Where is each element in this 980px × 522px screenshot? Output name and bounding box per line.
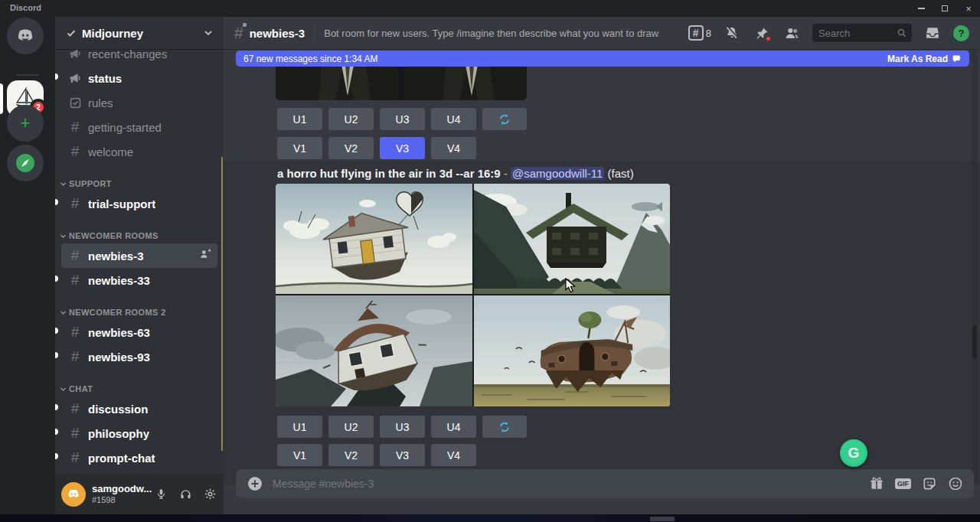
discord-logo-icon bbox=[15, 25, 36, 47]
explore-servers-button[interactable] bbox=[7, 145, 44, 181]
variation-button-v4[interactable]: V4 bbox=[431, 137, 476, 159]
variation-button-v1[interactable]: V1 bbox=[277, 137, 322, 159]
sidebar-item-newbies-33[interactable]: # newbies-33 bbox=[61, 268, 217, 292]
sidebar-item-newbies-93[interactable]: # newbies-93 bbox=[61, 344, 217, 369]
search-input[interactable] bbox=[818, 28, 893, 39]
channel-name: newbies-3 bbox=[250, 27, 305, 40]
variation-button-v2[interactable]: V2 bbox=[328, 137, 374, 159]
taskbar-strip bbox=[0, 514, 980, 522]
inbox-button[interactable] bbox=[923, 24, 942, 42]
category-chat[interactable]: CHAT bbox=[55, 381, 224, 396]
variation-button-v3-active[interactable]: V3 bbox=[380, 137, 425, 159]
upscale-button-u1[interactable]: U1 bbox=[277, 416, 322, 438]
sidebar-item-trial-support[interactable]: # trial-support bbox=[61, 191, 217, 216]
generated-image-3[interactable] bbox=[276, 295, 472, 406]
sidebar-item-getting-started[interactable]: # getting-started bbox=[61, 115, 217, 139]
chat-scrollbar[interactable] bbox=[972, 325, 977, 359]
pinned-messages-button[interactable] bbox=[753, 24, 771, 42]
home-button[interactable] bbox=[7, 18, 44, 54]
variation-button-v2[interactable]: V2 bbox=[328, 444, 374, 466]
sidebar-item-newbies-3[interactable]: # newbies-3 bbox=[61, 243, 217, 268]
variation-button-v1[interactable]: V1 bbox=[277, 444, 322, 466]
sticker-icon[interactable] bbox=[922, 476, 937, 491]
help-button[interactable]: ? bbox=[953, 25, 969, 41]
unread-indicator bbox=[55, 276, 58, 282]
sidebar-item-status[interactable]: status bbox=[61, 66, 217, 90]
selected-server-indicator bbox=[0, 83, 3, 114]
category-support[interactable]: SUPPORT bbox=[55, 176, 224, 191]
hash-icon: # bbox=[67, 325, 83, 340]
prompt-text: a horro hut flying in the air in 3d --ar… bbox=[277, 167, 501, 180]
search-icon bbox=[897, 28, 907, 38]
user-mention[interactable]: @samgoodwill-11 bbox=[511, 167, 604, 180]
user-settings-button[interactable] bbox=[202, 487, 217, 502]
gift-icon[interactable] bbox=[869, 476, 884, 491]
attach-plus-icon[interactable] bbox=[247, 475, 263, 492]
add-server-button[interactable]: + bbox=[7, 105, 44, 142]
user-avatar[interactable] bbox=[61, 482, 86, 507]
rules-icon bbox=[67, 95, 83, 110]
question-mark-icon: ? bbox=[959, 28, 965, 39]
sidebar-item-welcome[interactable]: # welcome bbox=[61, 139, 217, 164]
close-icon: × bbox=[965, 4, 972, 14]
generated-image-2[interactable] bbox=[474, 184, 670, 294]
compass-icon bbox=[15, 152, 36, 174]
gif-picker-icon[interactable]: GIF bbox=[895, 478, 911, 489]
new-messages-bar[interactable]: 67 new messages since 1:34 AM Mark As Re… bbox=[236, 51, 969, 67]
maximize-button[interactable] bbox=[939, 3, 950, 14]
category-newcomer-rooms-2[interactable]: NEWCOMER ROOMS 2 bbox=[55, 305, 224, 320]
channel-topic[interactable]: Bot room for new users. Type /imagine th… bbox=[324, 28, 659, 39]
upscale-button-u4[interactable]: U4 bbox=[431, 108, 476, 130]
mute-mic-button[interactable] bbox=[153, 487, 168, 502]
refresh-icon bbox=[498, 113, 511, 126]
sidebar-item-newbies-63[interactable]: # newbies-63 bbox=[61, 320, 217, 344]
message-input-bar: GIF bbox=[236, 469, 974, 498]
sidebar-item-rules[interactable]: rules bbox=[61, 90, 217, 115]
variation-button-v4[interactable]: V4 bbox=[431, 444, 476, 466]
upscale-button-u3[interactable]: U3 bbox=[380, 108, 425, 130]
category-newcomer-rooms[interactable]: NEWCOMER ROOMS bbox=[55, 228, 224, 243]
taskbar-item bbox=[650, 517, 675, 521]
megaphone-icon bbox=[67, 70, 83, 86]
maximize-icon bbox=[942, 5, 948, 11]
user-identity[interactable]: samgoodw... #1598 bbox=[92, 484, 152, 505]
mark-as-read-icon bbox=[952, 54, 962, 64]
suits-image-art bbox=[276, 65, 527, 100]
upscale-button-u2[interactable]: U2 bbox=[328, 416, 374, 438]
unread-indicator bbox=[55, 328, 58, 334]
threads-button[interactable]: # 8 bbox=[688, 25, 711, 41]
titlebar: Discord × bbox=[0, 0, 980, 17]
upscale-button-u4[interactable]: U4 bbox=[431, 416, 476, 438]
upscale-button-u1[interactable]: U1 bbox=[277, 108, 322, 130]
close-button[interactable]: × bbox=[963, 3, 974, 14]
deafen-button[interactable] bbox=[178, 487, 193, 502]
sidebar-item-philosophy[interactable]: # philosophy bbox=[61, 421, 217, 445]
user-discriminator: #1598 bbox=[92, 495, 152, 505]
generated-image-4[interactable] bbox=[474, 295, 670, 406]
minimize-button[interactable] bbox=[916, 3, 926, 14]
members-icon bbox=[784, 25, 800, 41]
sidebar-item-prompt-chat[interactable]: # prompt-chat bbox=[61, 445, 217, 470]
threads-icon: # bbox=[688, 25, 704, 41]
emoji-icon[interactable] bbox=[948, 476, 963, 491]
sidebar-scrollbar[interactable] bbox=[221, 157, 223, 451]
sidebar-item-recent-changes[interactable]: recent-changes bbox=[61, 49, 217, 66]
upscale-button-u3[interactable]: U3 bbox=[380, 416, 425, 438]
variation-button-v3[interactable]: V3 bbox=[380, 444, 425, 466]
sidebar-item-discussion[interactable]: # discussion bbox=[61, 396, 217, 421]
previous-generated-image[interactable] bbox=[276, 65, 527, 100]
mark-as-read-button[interactable]: Mark As Read bbox=[887, 54, 962, 64]
generated-image-1[interactable] bbox=[276, 184, 472, 294]
notification-settings-button[interactable] bbox=[723, 24, 741, 42]
chat-scrollbar-track bbox=[972, 51, 978, 484]
unread-indicator bbox=[55, 352, 58, 358]
reroll-button[interactable] bbox=[482, 108, 527, 130]
server-header[interactable]: Midjourney bbox=[55, 17, 224, 49]
message-input[interactable] bbox=[273, 478, 860, 490]
grammarly-button[interactable]: G bbox=[840, 439, 867, 467]
create-invite-icon[interactable] bbox=[199, 248, 211, 263]
chat-area: # newbies-3 Bot room for new users. Type… bbox=[224, 17, 980, 514]
reroll-button[interactable] bbox=[482, 416, 527, 438]
upscale-button-u2[interactable]: U2 bbox=[328, 108, 374, 130]
member-list-button[interactable] bbox=[782, 24, 801, 42]
